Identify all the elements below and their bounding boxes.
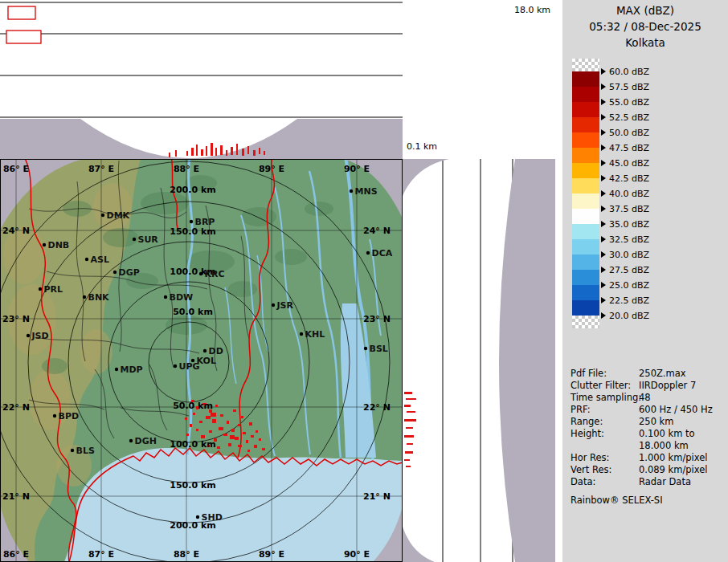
dbz-color-cell	[572, 71, 599, 87]
svg-text:89° E: 89° E	[259, 164, 284, 174]
dbz-scale-label: 32.5 dBZ	[601, 234, 649, 245]
below-scale-checker	[572, 316, 599, 328]
product-title: MAX (dBZ)	[562, 4, 728, 17]
dbz-color-cell	[572, 132, 599, 148]
scale-tick-arrow	[601, 297, 606, 303]
out-of-range-band	[499, 159, 555, 562]
dbz-color-cells	[572, 71, 599, 316]
dbz-color-cell	[572, 193, 599, 209]
top-cross-section-panel	[0, 0, 403, 159]
scale-tick-arrow	[601, 190, 606, 197]
right-cross-section-panel	[403, 159, 555, 562]
svg-text:DNB: DNB	[48, 240, 70, 250]
svg-text:87° E: 87° E	[88, 549, 114, 560]
info-row: Range:250 km	[571, 416, 713, 428]
info-row: Hor Res:1.000 km/pixel	[571, 452, 713, 464]
svg-text:88° E: 88° E	[174, 164, 199, 174]
scale-tick-arrow	[601, 83, 606, 90]
svg-text:DGH: DGH	[135, 436, 157, 446]
info-row: Data:Radar Data	[571, 476, 713, 488]
svg-text:86° E: 86° E	[3, 549, 29, 560]
dbz-scale-label: 45.0 dBZ	[601, 157, 649, 169]
dbz-color-cell	[572, 117, 599, 132]
dbz-scale-label: 20.0 dBZ	[601, 310, 649, 321]
radar-map-panel: 200.0 km150.0 km100.0 km50.0 km50.0 km10…	[0, 159, 403, 562]
dbz-scale-label: 35.0 dBZ	[601, 218, 649, 230]
dbz-scale-label: 57.5 dBZ	[601, 81, 649, 92]
dbz-scale-label: 22.5 dBZ	[601, 295, 649, 306]
svg-text:50.0 km: 50.0 km	[173, 307, 213, 317]
dbz-scale-label: 60.0 dBZ	[601, 66, 649, 77]
scale-tick-arrow	[601, 114, 606, 120]
scale-tick-arrow	[601, 99, 606, 105]
svg-text:22° N: 22° N	[363, 402, 391, 413]
svg-text:90° E: 90° E	[344, 549, 370, 560]
svg-text:JSD: JSD	[31, 331, 49, 341]
svg-text:MNS: MNS	[355, 186, 378, 197]
dbz-scale-label: 30.0 dBZ	[601, 249, 649, 260]
scale-tick-arrow	[601, 251, 606, 258]
svg-text:KHL: KHL	[305, 329, 325, 340]
svg-text:21° N: 21° N	[2, 491, 30, 502]
svg-text:150.0 km: 150.0 km	[170, 480, 215, 491]
dbz-color-cell	[572, 239, 599, 255]
station-name: Kolkata	[562, 36, 728, 49]
scale-tick-arrow	[601, 68, 606, 75]
radar-info: Pdf File:250Z.maxClutter Filter:IIRDoppl…	[571, 368, 713, 488]
svg-text:150.0 km: 150.0 km	[170, 226, 215, 237]
legend-panel: MAX (dBZ) 05:32 / 08-Dec-2025 Kolkata 60…	[562, 0, 728, 562]
radar-application-window: 18.0 km 0.1 km	[0, 0, 728, 562]
software-brand: Rainbow® SELEX-SI	[571, 495, 663, 506]
info-row: Vert Res:0.089 km/pixel	[571, 464, 713, 476]
dbz-scale-label: 50.0 dBZ	[601, 127, 649, 138]
svg-text:87° E: 87° E	[88, 164, 114, 174]
svg-text:24° N: 24° N	[363, 226, 391, 236]
info-row: Clutter Filter:IIRDoppler 7	[571, 380, 713, 392]
info-row: 18.000 km	[571, 440, 713, 452]
info-row: Pdf File:250Z.max	[571, 368, 713, 380]
scale-tick-arrow	[601, 312, 606, 319]
dbz-scale-label: 47.5 dBZ	[601, 142, 649, 153]
annotation-box	[6, 31, 41, 43]
svg-text:21° N: 21° N	[363, 491, 391, 502]
dbz-colorbar	[572, 59, 599, 328]
svg-text:SHD: SHD	[202, 512, 223, 523]
svg-text:MDP: MDP	[121, 364, 143, 375]
svg-text:DCA: DCA	[372, 248, 393, 259]
svg-text:23° N: 23° N	[2, 314, 30, 324]
dbz-scale-label: 25.0 dBZ	[601, 279, 649, 291]
svg-text:24° N: 24° N	[2, 226, 30, 236]
dbz-scale-label: 27.5 dBZ	[601, 264, 649, 275]
info-row: Time sampling:48	[571, 392, 713, 404]
svg-text:50.0 km: 50.0 km	[173, 401, 213, 411]
svg-text:ASL: ASL	[91, 255, 109, 265]
dbz-color-cell	[572, 87, 599, 102]
above-scale-checker	[572, 59, 599, 71]
scale-tick-arrow	[601, 129, 606, 136]
product-datetime: 05:32 / 08-Dec-2025	[562, 20, 728, 33]
dbz-color-cell	[572, 285, 599, 300]
svg-text:KRC: KRC	[205, 269, 225, 279]
scale-tick-arrow	[601, 221, 606, 227]
scale-tick-arrow	[601, 145, 606, 151]
svg-text:200.0 km: 200.0 km	[170, 185, 215, 195]
scale-tick-arrow	[601, 267, 606, 273]
dbz-color-cell	[572, 209, 599, 224]
dbz-color-cell	[572, 270, 599, 285]
svg-text:100.0 km: 100.0 km	[170, 439, 215, 450]
scale-tick-arrow	[601, 206, 606, 212]
scale-tick-arrow	[601, 160, 606, 166]
svg-text:BDW: BDW	[170, 292, 194, 303]
dbz-scale-label: 37.5 dBZ	[601, 203, 649, 214]
svg-text:89° E: 89° E	[259, 549, 284, 560]
svg-text:BSL: BSL	[370, 344, 388, 354]
svg-text:UPG: UPG	[179, 361, 200, 372]
dbz-color-cell	[572, 102, 599, 117]
dbz-scale-label: 42.5 dBZ	[601, 173, 649, 184]
info-row: PRF:600 Hz / 450 Hz	[571, 404, 713, 416]
dbz-color-cell	[572, 224, 599, 239]
svg-text:23° N: 23° N	[363, 314, 391, 324]
svg-text:BLS: BLS	[76, 446, 95, 456]
annotation-box	[8, 6, 35, 19]
svg-text:PRL: PRL	[44, 284, 63, 295]
